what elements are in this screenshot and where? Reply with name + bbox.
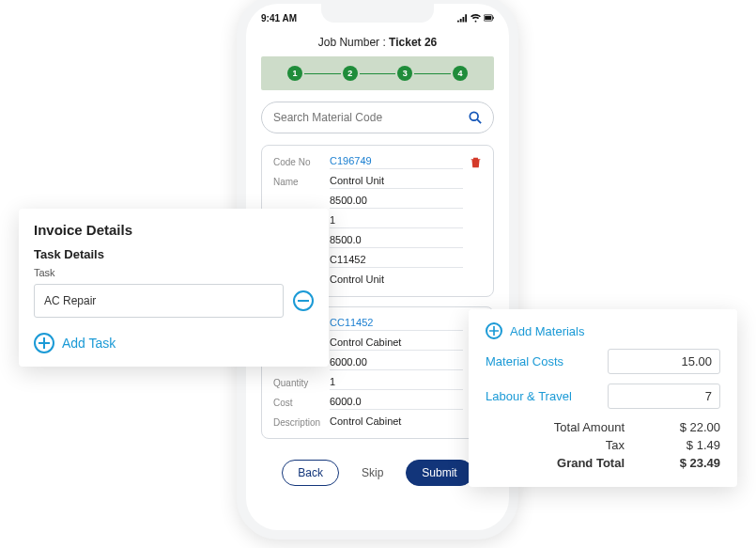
svg-rect-5 — [298, 300, 309, 302]
status-time: 9:41 AM — [261, 13, 297, 23]
search-icon[interactable] — [469, 111, 482, 124]
add-materials-label: Add Materials — [510, 324, 584, 338]
submit-button[interactable]: Submit — [406, 460, 472, 486]
task-label: Task — [34, 267, 314, 278]
step-connector — [304, 73, 341, 74]
qty-value: 1 — [330, 214, 463, 228]
altcode-value: C11452 — [330, 254, 463, 268]
qty-label: Quantity — [273, 378, 330, 388]
tax-value: $ 1.49 — [655, 438, 720, 452]
name-value: Control Unit — [330, 175, 463, 189]
add-task-label: Add Task — [62, 336, 116, 351]
tax-label: Tax — [486, 438, 655, 452]
cost-value: 8500.0 — [330, 234, 463, 248]
minus-icon — [298, 300, 309, 302]
name-label: Name — [273, 177, 330, 187]
search-field[interactable] — [261, 102, 494, 133]
cost-label: Cost — [273, 398, 330, 408]
name-value: Control Cabinet — [330, 337, 463, 351]
job-number: Ticket 26 — [389, 36, 437, 49]
step-4[interactable]: 4 — [453, 66, 468, 81]
totals-card: Add Materials Material Costs Labour & Tr… — [469, 309, 737, 487]
labour-travel-input[interactable] — [608, 384, 720, 409]
skip-button[interactable]: Skip — [347, 460, 398, 486]
grand-total-label: Grand Total — [486, 456, 655, 470]
svg-line-4 — [477, 119, 481, 123]
add-task-button[interactable]: Add Task — [34, 333, 314, 353]
status-icons — [457, 13, 494, 23]
code-value[interactable]: CC11452 — [330, 317, 463, 331]
task-input[interactable] — [34, 284, 284, 318]
progress-stepper: 1 2 3 4 — [261, 56, 494, 90]
code-value[interactable]: C196749 — [330, 155, 463, 169]
step-2[interactable]: 2 — [343, 66, 358, 81]
battery-icon — [484, 13, 494, 23]
job-label: Job Number : — [318, 36, 389, 49]
code-label: Code No — [273, 157, 330, 167]
labour-travel-label: Labour & Travel — [486, 389, 572, 403]
delete-icon[interactable] — [470, 156, 482, 168]
step-connector — [414, 73, 451, 74]
totals-block: Total Amount $ 22.00 Tax $ 1.49 Grand To… — [486, 418, 720, 472]
step-3[interactable]: 3 — [397, 66, 412, 81]
grand-total-value: $ 23.49 — [655, 456, 720, 470]
invoice-title: Invoice Details — [34, 222, 314, 238]
add-materials-button[interactable]: Add Materials — [486, 322, 720, 339]
rate-value: 8500.00 — [330, 195, 463, 209]
invoice-details-card: Invoice Details Task Details Task Add Ta… — [19, 209, 329, 367]
step-connector — [360, 73, 396, 74]
signal-icon — [457, 13, 468, 23]
search-input[interactable] — [273, 111, 469, 124]
material-costs-input[interactable] — [608, 349, 720, 374]
desc-value: Control Cabinet — [330, 415, 463, 429]
phone-notch — [321, 4, 434, 23]
cost-value: 6000.0 — [330, 396, 463, 410]
svg-rect-1 — [485, 16, 491, 20]
material-costs-label: Material Costs — [486, 354, 563, 368]
rate-value: 6000.00 — [330, 356, 463, 370]
svg-rect-2 — [493, 17, 494, 19]
back-button[interactable]: Back — [282, 460, 339, 486]
total-amount-label: Total Amount — [486, 420, 655, 434]
qty-value: 1 — [330, 376, 463, 390]
job-header: Job Number : Ticket 26 — [246, 26, 509, 56]
plus-icon — [34, 333, 54, 353]
step-1[interactable]: 1 — [287, 66, 302, 81]
desc-value: Control Unit — [330, 274, 463, 287]
remove-task-button[interactable] — [293, 290, 314, 311]
task-details-title: Task Details — [34, 247, 314, 261]
plus-icon — [486, 322, 502, 339]
desc-label: Description — [273, 417, 330, 428]
wifi-icon — [471, 13, 481, 23]
svg-point-3 — [470, 112, 478, 120]
total-amount-value: $ 22.00 — [655, 420, 720, 434]
